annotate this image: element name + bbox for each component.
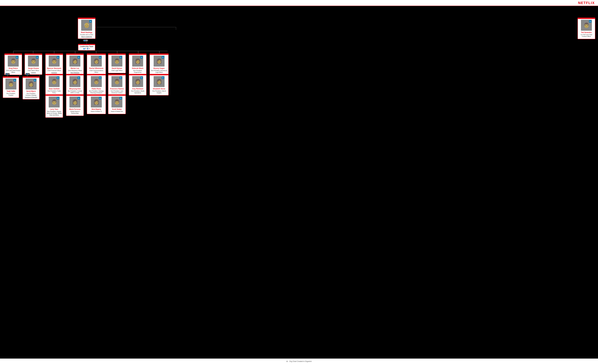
linkedin-badge-francisco[interactable]: in [119, 76, 122, 79]
name-maria: María Ferreras [67, 108, 83, 110]
name-elizabeth: Elizabeth Stone [151, 88, 167, 90]
card-ted: 👨 in Ted Sarandos Co-CEO and Chief Conte… [578, 17, 595, 39]
footer-text: Org Chart Created in Organimi [289, 360, 312, 362]
card-top-bar-elizabeth [150, 74, 168, 75]
card-top-bar-minyoung [66, 74, 83, 75]
card-francisco: 👨 in Francisco Ramos Vice President, Lat… [108, 74, 126, 95]
card-bela: 👩 in Bela Bajaria Head of Global TV [87, 94, 106, 114]
count-reed: 👥 20 [83, 39, 88, 41]
card-elizabeth: 👩 in Elizabeth Stone Vice President, Dat… [150, 74, 169, 95]
netflix-logo: NETFLIX [578, 1, 595, 5]
linkedin-badge-dean[interactable]: in [57, 76, 59, 79]
photo-greg: 👨 in [8, 56, 19, 66]
title-scott: Head of Global Film [109, 111, 125, 112]
card-top-bar-sergio [25, 54, 42, 55]
name-bryony: Bryony Gagan [151, 67, 167, 69]
link-marian[interactable]: New Releases [67, 72, 83, 73]
name-ted: Ted Sarandos [579, 32, 594, 33]
card-top-bar-pablo [87, 74, 106, 75]
linkedin-badge-minyoung[interactable]: in [77, 76, 80, 79]
linkedin-badge-maria[interactable]: in [77, 97, 80, 99]
card-top-bar-bela [87, 95, 106, 96]
title-todd: Vice President, Product [4, 93, 18, 96]
card-dean: 👨 in Dean Garfield Vice President, Publi… [45, 74, 63, 95]
photo-scott: 👨 in [111, 97, 122, 108]
title-ted: Co-CEO and Chief Content Officer [579, 34, 594, 37]
link-verna[interactable]: Inclusion & Diversity [24, 97, 39, 98]
card-top-bar-deborah [129, 54, 146, 55]
card-minyoung: 👩 in Minyoung Kim Vice President, Conten… [66, 74, 84, 95]
card-top-bar-ted [578, 18, 595, 19]
card-top-bar-amy [129, 74, 146, 75]
linkedin-badge-david[interactable]: in [119, 56, 122, 58]
linkedin-badge-deborah[interactable]: in [140, 56, 143, 58]
link-spencer[interactable]: Investors [46, 72, 62, 73]
name-bela: Bela Bajaria [88, 108, 105, 110]
linkedin-badge-amy[interactable]: in [140, 76, 143, 79]
linkedin-badge-reed[interactable]: in [89, 20, 92, 23]
org-chart-canvas: 👴 in Reed Hastings Founder and co-CEO Ab… [0, 6, 598, 129]
card-reed: 👴 in Reed Hastings Founder and co-CEO Ab… [78, 17, 96, 39]
linkedin-badge-marian[interactable]: in [77, 56, 80, 58]
photo-david: 👨 in [111, 56, 122, 66]
linkedin-badge-pablo[interactable]: in [99, 76, 101, 79]
linkedin-badge-bryony[interactable]: in [162, 56, 164, 58]
title-maria: Global Head of Partnerships [67, 111, 83, 114]
linkedin-badge-sergio[interactable]: in [36, 56, 39, 58]
photo-marian: 👩 in [69, 56, 80, 66]
link-reed[interactable]: About Leadership [79, 36, 94, 38]
card-top-bar-david [108, 54, 125, 55]
title-spencer: Chief Financial Officer [46, 70, 62, 71]
photo-spencer: 👨 in [49, 56, 60, 66]
photo-elizabeth: 👩 in [154, 76, 165, 87]
group-leadership-team: Leadership Team 👥20 👤18 [78, 44, 95, 50]
title-reed: Founder and co-CEO [79, 34, 94, 36]
name-spencer: Spencer Neumann [46, 67, 62, 69]
linkedin-badge-elizabeth[interactable]: in [162, 76, 164, 79]
card-top-bar-todd [3, 77, 19, 78]
card-marian: 👩 in Marian Lee Chief Marketing Officer … [66, 53, 84, 75]
title-elizabeth: Vice President, Data & Insights [151, 90, 167, 94]
title-sergio: Chief Talent Officer [26, 70, 41, 71]
card-top-bar-rachel [87, 54, 106, 55]
card-deborah: 👩 in Deborah Black Vice President, Engin… [129, 53, 147, 75]
count-greg-2: 👤1 [5, 73, 10, 75]
title-greg: COO and Chief Product Officer [5, 70, 21, 73]
photo-ted: 👨 in [581, 20, 592, 31]
linkedin-badge-verna[interactable]: in [34, 79, 36, 82]
linkedin-badge-spencer[interactable]: in [57, 56, 59, 58]
card-maria: 👩 in María Ferreras Global Head of Partn… [66, 94, 84, 116]
card-todd: 👨 in Todd Yellin Vice President, Product [3, 76, 19, 98]
card-rachel: 👩 in Rachel Whetstone Chief Communicatio… [87, 53, 106, 76]
name-todd: Todd Yellin [4, 90, 18, 92]
card-sergio: 👨 in Sergio Ezama Chief Talent Officer C… [25, 53, 42, 75]
title-david: Chief Legal Officer [109, 70, 125, 71]
name-minyoung: Minyoung Kim [67, 88, 83, 90]
linkedin-badge-todd[interactable]: in [14, 79, 16, 82]
count-value-reed: 20 [86, 40, 87, 41]
title-bryony: Vice President, Business & Legal Affairs [151, 70, 167, 73]
linkedin-badge-ted[interactable]: in [589, 20, 591, 23]
card-top-bar-maria [66, 95, 83, 96]
linkedin-badge-rachel[interactable]: in [99, 56, 101, 58]
card-pablo: 👨 in Pablo Perez Vice President, Strateg… [87, 74, 106, 95]
linkedin-badge-scott[interactable]: in [119, 97, 122, 99]
name-dean: Dean Garfield [46, 88, 62, 90]
linkedin-badge-greg[interactable]: in [16, 56, 18, 58]
top-bar: NETFLIX [0, 0, 598, 6]
title-amy: Vice President, Studio Operations [130, 90, 145, 94]
title-deborah: Vice President, Engineering [130, 70, 145, 73]
linkedin-badge-bela[interactable]: in [99, 97, 101, 99]
linkedin-badge-larry[interactable]: in [57, 97, 59, 99]
card-scott: 👨 in Scott Stuber Head of Global Film [108, 94, 126, 114]
card-top-bar-francisco [108, 74, 125, 75]
name-reed: Reed Hastings [79, 32, 94, 33]
photo-todd: 👨 in [5, 79, 16, 90]
name-verna: Vernā Myers [24, 90, 39, 92]
name-deborah: Deborah Black [130, 67, 145, 69]
title-verna: Vice President, Inclusion Strategy [24, 93, 39, 96]
card-david: 👨 in David Hyman Chief Legal Officer [108, 53, 126, 73]
card-top-bar-marian [66, 54, 83, 55]
card-top-bar-dean [46, 74, 63, 75]
card-top-bar-scott [108, 95, 125, 96]
